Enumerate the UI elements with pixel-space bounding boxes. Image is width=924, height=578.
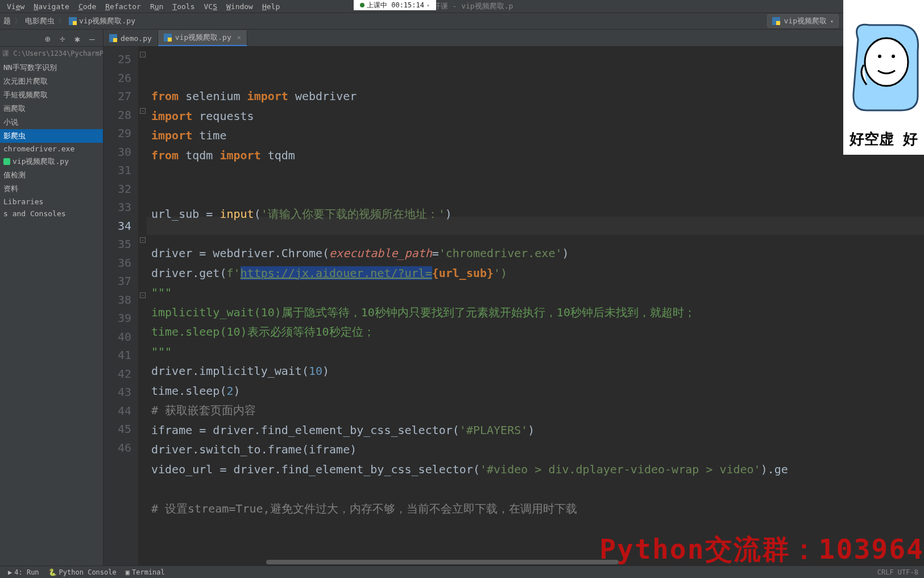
python-file-icon — [109, 34, 117, 42]
menu-help[interactable]: Help — [258, 1, 284, 12]
chevron-down-icon: ▾ — [830, 18, 834, 24]
fold-icon[interactable]: - — [140, 52, 146, 57]
fold-icon[interactable]: - — [140, 108, 146, 114]
sidebar-toolbar: ⊕ ÷ ✱ — — [0, 30, 103, 47]
encoding-status[interactable]: CRLF UTF-8 — [877, 568, 918, 576]
svg-point-10 — [892, 55, 895, 58]
meme-overlay: 好空虚 好 — [843, 0, 924, 155]
run-tool-button[interactable]: ▶ 4: Run — [3, 567, 44, 577]
class-status-label: 上课中 00:15:14 — [367, 1, 424, 10]
project-sidebar: ⊕ ÷ ✱ — 课 C:\Users\1234\PycharmPro NN手写数… — [0, 30, 103, 565]
chevron-right-icon: 〉 — [14, 16, 22, 26]
python-file-icon — [772, 17, 780, 25]
navigation-bar: 题 〉 电影爬虫 〉 vip视频爬取.py vip视频爬取 ▾ — [0, 13, 924, 30]
tree-folder[interactable]: 值检测 — [0, 168, 103, 182]
tab-label: vip视频爬取.py — [175, 32, 231, 43]
svg-point-8 — [865, 38, 908, 86]
tree-library[interactable]: Libraries — [0, 196, 103, 208]
menu-window[interactable]: Window — [222, 1, 258, 12]
project-tree[interactable]: NN手写数字识别 次元图片爬取 手短视频爬取 画爬取 小说 影爬虫 chrome… — [0, 61, 103, 220]
editor-area: demo.py vip视频爬取.py × 2526272829303132333… — [103, 30, 924, 565]
menu-code[interactable]: Code — [74, 1, 101, 12]
menu-view[interactable]: View — [2, 1, 29, 12]
tree-file[interactable]: chromedriver.exe — [0, 143, 103, 155]
python-file-icon — [3, 158, 10, 165]
python-console-button[interactable]: 🐍 Python Console — [44, 567, 121, 577]
line-gutter: 2526272829303132333435363738394041424344… — [103, 47, 139, 565]
breadcrumb-item[interactable]: vip视频爬取.py — [79, 16, 135, 26]
tree-folder-selected[interactable]: 影爬虫 — [0, 129, 103, 143]
fold-icon[interactable]: - — [140, 237, 146, 243]
tree-folder[interactable]: 次元图片爬取 — [0, 75, 103, 88]
tree-folder[interactable]: NN手写数字识别 — [0, 61, 103, 75]
breadcrumb-item[interactable]: 电影爬虫 — [25, 16, 55, 26]
svg-point-9 — [878, 55, 881, 58]
python-file-icon — [69, 17, 77, 25]
chevron-down-icon: ▾ — [426, 2, 430, 9]
gear-icon[interactable]: ✱ — [74, 34, 84, 43]
code-editor[interactable]: 2526272829303132333435363738394041424344… — [103, 47, 924, 565]
menu-tools[interactable]: Tools — [168, 1, 199, 12]
tree-folder[interactable]: 资料 — [0, 182, 103, 196]
code-content[interactable]: from selenium import webdriver import re… — [147, 47, 924, 565]
tree-folder[interactable]: 手短视频爬取 — [0, 88, 103, 102]
tab-demo[interactable]: demo.py — [103, 30, 158, 46]
collapse-icon[interactable]: ÷ — [60, 34, 69, 43]
tab-vip[interactable]: vip视频爬取.py × — [158, 30, 247, 46]
meme-image-icon — [847, 16, 921, 113]
python-file-icon — [164, 34, 172, 42]
breadcrumb[interactable]: 题 〉 电影爬虫 〉 vip视频爬取.py — [3, 16, 135, 26]
target-icon[interactable]: ⊕ — [45, 34, 54, 43]
menu-refactor[interactable]: Refactor — [101, 1, 146, 12]
tree-file[interactable]: vip视频爬取.py — [0, 155, 103, 168]
qq-group-overlay: Python交流群：103964 — [599, 531, 924, 568]
scrollbar-thumb[interactable] — [266, 560, 619, 564]
minimize-icon[interactable]: — — [89, 34, 98, 43]
editor-tabs: demo.py vip视频爬取.py × — [103, 30, 924, 47]
menu-bar: View Navigate Code Refactor Run Tools VC… — [0, 0, 924, 13]
project-path: 课 C:\Users\1234\PycharmPro — [0, 47, 103, 61]
recording-dot-icon — [360, 3, 364, 7]
status-right: CRLF UTF-8 — [877, 568, 918, 576]
terminal-button[interactable]: ▣ Terminal — [121, 567, 169, 577]
svg-rect-3 — [776, 21, 780, 25]
fold-icon[interactable]: - — [140, 292, 146, 298]
tab-label: demo.py — [121, 34, 152, 43]
selected-url-text: https://jx.aidouer.net/?url= — [241, 266, 432, 280]
svg-rect-1 — [73, 21, 77, 25]
breadcrumb-item[interactable]: 题 — [3, 16, 11, 26]
svg-rect-7 — [168, 38, 172, 42]
class-status-indicator[interactable]: 上课中 00:15:14 ▾ — [354, 0, 436, 10]
run-config-label: vip视频爬取 — [784, 16, 826, 26]
menu-vcs[interactable]: VCS — [200, 1, 222, 12]
tree-folder[interactable]: 画爬取 — [0, 102, 103, 115]
tree-consoles[interactable]: s and Consoles — [0, 208, 103, 220]
menu-run[interactable]: Run — [146, 1, 168, 12]
tree-folder[interactable]: 小说 — [0, 115, 103, 129]
fold-column[interactable]: - - - - — [139, 47, 147, 565]
menu-navigate[interactable]: Navigate — [29, 1, 74, 12]
chevron-right-icon: 〉 — [58, 16, 65, 26]
run-config-selector[interactable]: vip视频爬取 ▾ — [767, 14, 839, 28]
meme-text: 好空虚 好 — [850, 129, 918, 149]
close-icon[interactable]: × — [237, 34, 241, 42]
svg-rect-5 — [113, 38, 117, 42]
